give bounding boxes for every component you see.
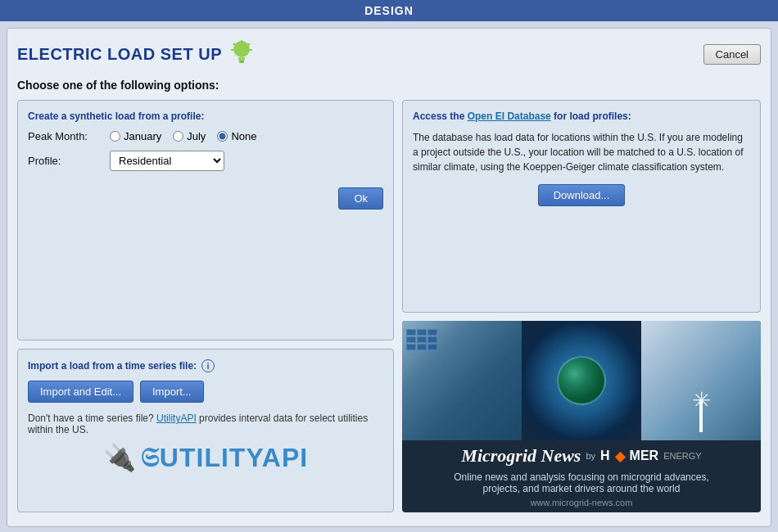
peak-month-radio-group: January July None [110,130,256,142]
radio-july[interactable]: July [173,130,206,142]
import-panel: Import a load from a time series file: i… [17,349,394,512]
news-title-by: by [586,451,595,461]
page-title: ELECTRIC LOAD SET UP [17,45,222,64]
radio-january-input[interactable] [110,131,120,142]
radio-january-label: January [124,130,161,142]
news-url: www.microgrid-news.com [402,496,761,512]
synthetic-load-panel: Create a synthetic load from a profile: … [17,100,394,340]
import-panel-title: Import a load from a time series file: [28,360,197,372]
news-image-wind: ✳ [641,321,761,440]
right-column: Access the Open EI Database for load pro… [402,100,761,512]
synthetic-panel-title: Create a synthetic load from a profile: [28,110,383,122]
svg-rect-2 [239,61,244,63]
utility-plug-icon: 🔌 [103,442,136,473]
radio-july-label: July [187,130,206,142]
news-subtitle-text: Online news and analysis focusing on mic… [454,471,709,494]
subtitle: Choose one of the following options: [17,79,761,92]
utility-logo-text: 𝔖UTILITYAPI [139,443,308,473]
top-bar-title: DESIGN [364,4,414,17]
profile-select[interactable]: Residential Commercial Industrial [110,151,224,171]
import-buttons: Import and Edit... Import... [28,381,383,403]
utility-text-row: Don't have a time series file? UtilityAP… [28,413,383,435]
profile-row: Profile: Residential Commercial Industri… [28,151,383,171]
peak-month-row: Peak Month: January July None [28,130,383,142]
info-icon[interactable]: i [201,359,215,372]
turbine-blades: ✳ [692,387,711,414]
news-title-brand-mer: MER [630,449,659,463]
svg-line-4 [233,43,235,45]
bulb-icon [230,38,253,70]
utility-api-link[interactable]: UtilityAPI [156,413,197,424]
header-left: ELECTRIC LOAD SET UP [17,38,253,70]
news-image-solar [402,321,522,440]
openei-panel-title: Access the Open EI Database for load pro… [413,110,750,122]
import-edit-button[interactable]: Import and Edit... [28,381,133,403]
news-image-earth [522,321,641,440]
radio-january[interactable]: January [110,130,161,142]
profile-label: Profile: [28,155,110,167]
cancel-button[interactable]: Cancel [703,44,761,65]
ok-button[interactable]: Ok [338,187,383,210]
svg-point-0 [233,41,250,57]
utility-logo-text-label: UTILITYAPI [160,443,308,472]
radio-none-input[interactable] [217,131,228,142]
main-container: ELECTRIC LOAD SET UP Cancel Choose one o… [7,28,771,527]
news-title-energy: ENERGY [663,451,701,461]
openei-title-suffix: for load profiles: [554,110,631,122]
news-panel: ✳ Microgrid News by H◆MER ENERGY Online … [402,321,761,512]
import-title-row: Import a load from a time series file: i [28,359,383,372]
download-button[interactable]: Download... [538,184,626,206]
radio-none-label: None [231,130,256,142]
news-title-main: Microgrid News [461,445,581,467]
radio-july-input[interactable] [173,131,183,142]
openei-title-prefix: Access the [413,110,468,122]
wind-turbine-graphic: ✳ [699,399,703,432]
solar-cells-graphic [406,329,437,350]
utility-logo: 🔌 𝔖UTILITYAPI [28,442,383,473]
columns: Create a synthetic load from a profile: … [17,100,761,512]
import-button[interactable]: Import... [140,381,204,403]
earth-globe-graphic [557,356,606,405]
peak-month-label: Peak Month: [28,130,110,142]
news-subtitle: Online news and analysis focusing on mic… [402,468,761,496]
header-row: ELECTRIC LOAD SET UP Cancel [17,38,761,70]
news-images: ✳ [402,321,761,440]
news-header: Microgrid News by H◆MER ENERGY [402,440,761,468]
news-title-line: Microgrid News by H◆MER ENERGY [405,445,758,467]
openei-database-link[interactable]: Open EI Database [468,110,551,122]
top-bar: DESIGN [0,0,778,21]
openei-description: The database has load data for locations… [413,130,750,174]
news-title-brand-accent: ◆ [615,449,625,464]
openei-panel: Access the Open EI Database for load pro… [402,100,761,313]
svg-rect-1 [238,57,245,61]
radio-none[interactable]: None [217,130,256,142]
news-title-brand-h: H [600,449,610,463]
left-column: Create a synthetic load from a profile: … [17,100,394,512]
utility-text-prefix: Don't have a time series file? [28,413,154,424]
svg-line-5 [248,43,250,45]
